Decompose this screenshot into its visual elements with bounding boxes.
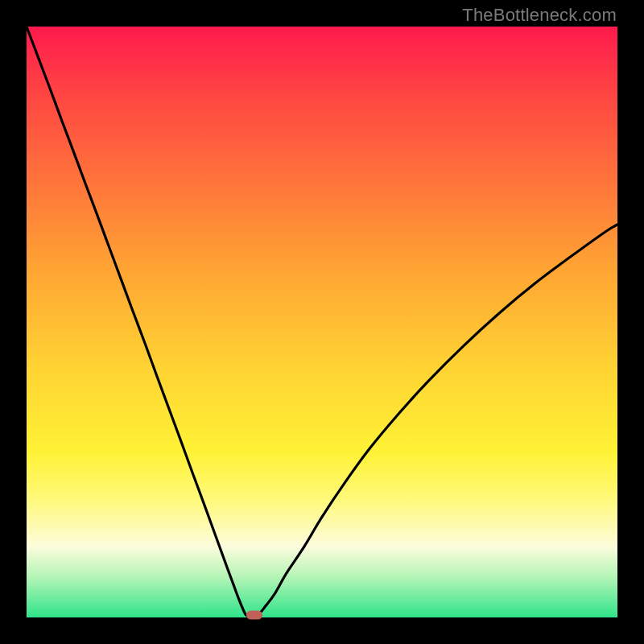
plot-area — [27, 27, 617, 617]
watermark-text: TheBottleneck.com — [462, 5, 617, 26]
bottleneck-curve — [27, 27, 617, 617]
chart-frame: TheBottleneck.com — [0, 0, 644, 644]
optimal-marker — [246, 611, 262, 620]
